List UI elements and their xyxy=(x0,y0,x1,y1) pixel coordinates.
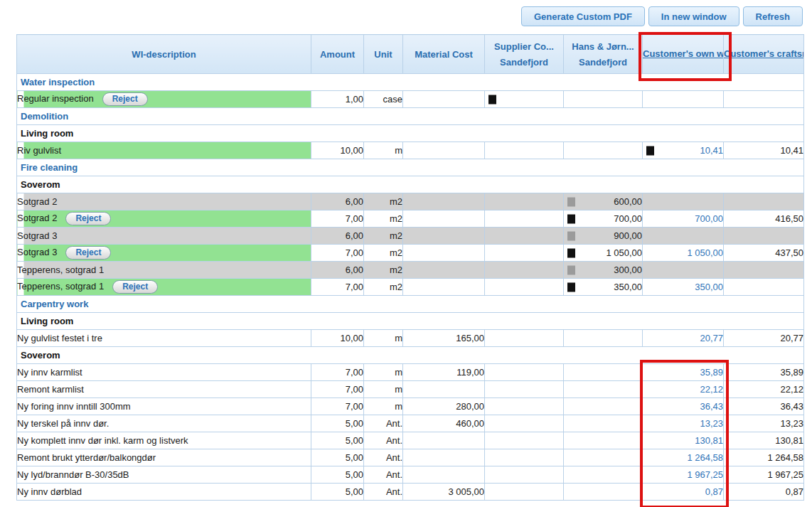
amount-cell: 6,00 xyxy=(311,193,364,210)
unit-cell: m2 xyxy=(364,279,403,296)
unit-cell: m xyxy=(364,142,403,159)
section-label: Water inspection xyxy=(17,74,804,91)
wi-description-text: Ny komplett innv dør inkl. karm og listv… xyxy=(17,435,188,446)
own-work-cell: 1 264,58 xyxy=(643,449,724,466)
contractor-cell: 350,00 xyxy=(564,279,643,296)
unit-cell: m xyxy=(364,398,403,415)
section-row: Demolition xyxy=(17,108,804,125)
own-work-value[interactable]: 36,43 xyxy=(700,401,723,412)
own-work-value[interactable]: 1 050,00 xyxy=(687,247,723,258)
black-square-marker-icon[interactable] xyxy=(567,282,575,292)
material-cost-cell xyxy=(403,279,485,296)
craftsman-cell: 10,41 xyxy=(724,142,804,159)
craftsman-cell: 130,81 xyxy=(724,432,804,449)
col-header-customers-craftsman[interactable]: Customer's craftsman xyxy=(724,35,804,74)
amount-cell: 5,00 xyxy=(311,484,364,501)
table-body: Water inspectionRegular inspectionReject… xyxy=(17,74,804,501)
supplier-cell xyxy=(485,364,564,381)
craftsman-cell: 437,50 xyxy=(724,245,804,262)
table-row: Sotgrad 36,00m2900,00 xyxy=(17,228,804,245)
own-work-value[interactable]: 20,77 xyxy=(700,333,723,343)
gray-square-marker-icon[interactable] xyxy=(567,197,575,206)
contractor-cell: 300,00 xyxy=(564,262,643,279)
reject-button[interactable]: Reject xyxy=(65,212,111,225)
cell-value: 300,00 xyxy=(614,265,642,275)
supplier-cell xyxy=(485,245,564,262)
supplier-cell xyxy=(485,449,564,466)
craftsman-cell: 1 264,58 xyxy=(724,449,804,466)
table-row: Ny lyd/branndør B-30/35dB5,00Ant.1 967,2… xyxy=(17,466,804,484)
wi-description-text: Riv gulvlist xyxy=(17,145,61,156)
own-work-value[interactable]: 0,87 xyxy=(705,486,723,497)
contractor-cell xyxy=(564,142,643,159)
subsection-label: Soverom xyxy=(17,176,804,193)
black-square-marker-icon[interactable] xyxy=(567,248,575,257)
wi-description-text: Tepperens, sotgrad 1 xyxy=(17,265,104,275)
own-work-value[interactable]: 350,00 xyxy=(695,282,723,292)
own-work-value[interactable]: 1 264,58 xyxy=(687,452,723,463)
table-row: Riv gulvlist10,00m10,4110,41 xyxy=(17,142,804,159)
generate-custom-pdf-button[interactable]: Generate Custom PDF xyxy=(521,6,645,26)
black-square-marker-icon[interactable] xyxy=(567,214,575,223)
own-work-value[interactable]: 22,12 xyxy=(700,384,723,395)
unit-cell: m2 xyxy=(364,210,403,228)
wi-description-cell: Sotgrad 3 xyxy=(17,228,311,245)
reject-button[interactable]: Reject xyxy=(65,246,111,260)
own-work-value[interactable]: 700,00 xyxy=(695,213,723,224)
unit-cell: m2 xyxy=(364,193,403,210)
supplier-cell xyxy=(485,381,564,398)
table-row: Ny gulvlist festet i tre10,00m165,0020,7… xyxy=(17,330,804,347)
in-new-window-button[interactable]: In new window xyxy=(648,6,739,26)
supplier-cell xyxy=(485,142,564,159)
contractor-cell xyxy=(564,364,643,381)
supplier-cell xyxy=(485,91,564,108)
contractor-cell xyxy=(564,91,643,108)
own-work-cell: 35,89 xyxy=(643,364,724,381)
own-work-value[interactable]: 10,41 xyxy=(700,145,723,156)
reject-button[interactable]: Reject xyxy=(112,280,158,294)
own-work-cell: 130,81 xyxy=(643,432,724,449)
own-work-value[interactable]: 1 967,25 xyxy=(687,469,723,480)
gray-square-marker-icon[interactable] xyxy=(567,265,575,274)
black-square-marker-icon[interactable] xyxy=(646,146,654,155)
own-work-value[interactable]: 35,89 xyxy=(700,367,723,378)
material-cost-cell xyxy=(403,381,485,398)
own-work-value[interactable]: 13,23 xyxy=(700,418,723,429)
section-row: Carpentry work xyxy=(17,296,804,313)
col-header-material-cost: Material Cost xyxy=(403,35,485,74)
contractor-cell xyxy=(564,449,643,466)
supplier-cell xyxy=(485,466,564,484)
own-work-cell: 13,23 xyxy=(643,415,724,432)
reject-button[interactable]: Reject xyxy=(102,92,148,106)
amount-cell: 7,00 xyxy=(311,364,364,381)
craftsman-cell xyxy=(724,228,804,245)
amount-cell: 5,00 xyxy=(311,415,364,432)
subsection-row: Living room xyxy=(17,313,804,330)
subsection-label: Living room xyxy=(17,313,804,330)
contractor-cell xyxy=(564,398,643,415)
own-work-cell: 20,77 xyxy=(643,330,724,347)
gray-square-marker-icon[interactable] xyxy=(567,231,575,240)
table-row: Remont brukt ytterdør/balkongdør5,00Ant.… xyxy=(17,449,804,466)
amount-cell: 10,00 xyxy=(311,330,364,347)
col-header-supplier: Supplier Co...Sandefjord xyxy=(485,35,564,74)
cell-value: 600,00 xyxy=(614,196,642,207)
col-header-contractor: Hans & Jørn...Sandefjord xyxy=(564,35,643,74)
wi-description-text: Regular inspection xyxy=(17,93,94,104)
amount-cell: 1,00 xyxy=(311,91,364,108)
unit-cell: m xyxy=(364,330,403,347)
unit-cell: Ant. xyxy=(364,484,403,501)
refresh-button[interactable]: Refresh xyxy=(743,6,803,26)
material-cost-cell xyxy=(403,193,485,210)
cell-value: 350,00 xyxy=(614,282,642,292)
wi-description-cell: Ny lyd/branndør B-30/35dB xyxy=(17,466,311,484)
craftsman-cell xyxy=(724,91,804,108)
table-row: Ny foring innv inntill 300mm7,00m280,003… xyxy=(17,398,804,415)
col-header-customers-own-work[interactable]: Customer's own work xyxy=(643,35,724,74)
black-square-marker-icon[interactable] xyxy=(488,95,496,104)
own-work-value[interactable]: 130,81 xyxy=(695,435,723,446)
table-row: Regular inspectionReject1,00case xyxy=(17,91,804,108)
unit-cell: m2 xyxy=(364,245,403,262)
wi-description-text: Ny terskel på innv dør. xyxy=(17,418,109,429)
craftsman-cell xyxy=(724,262,804,279)
